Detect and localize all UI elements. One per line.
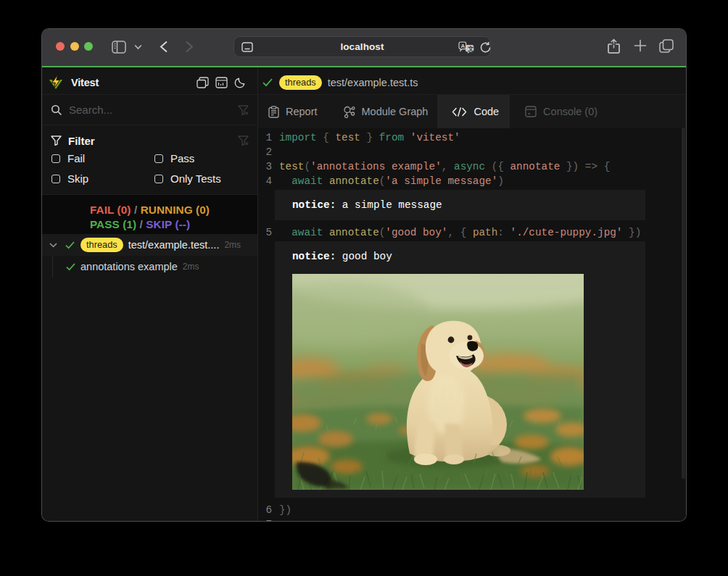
svg-text:A: A — [461, 43, 466, 49]
svg-text:文: 文 — [468, 45, 474, 52]
